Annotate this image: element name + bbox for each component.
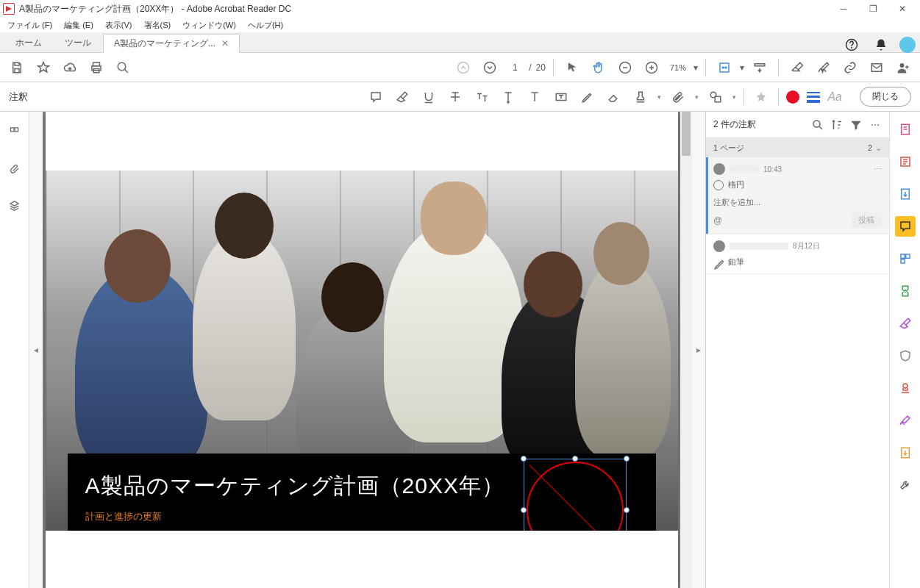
author-name: [730, 243, 788, 250]
tab-tools[interactable]: ツール: [54, 33, 102, 52]
eraser-icon[interactable]: [605, 87, 624, 107]
star-icon[interactable]: [32, 57, 54, 79]
stamp-dropdown-icon[interactable]: ▾: [657, 93, 661, 101]
rail-edit-pdf-icon[interactable]: [895, 151, 916, 172]
save-icon[interactable]: [6, 57, 28, 79]
hand-icon[interactable]: [588, 57, 610, 79]
rail-convert-icon[interactable]: [895, 442, 916, 463]
tab-close-icon[interactable]: ✕: [221, 38, 229, 49]
erase-icon[interactable]: [786, 57, 808, 79]
page-separator: /: [529, 62, 531, 73]
zoom-level[interactable]: 71%: [667, 63, 689, 72]
help-icon[interactable]: [841, 34, 863, 56]
menu-sign[interactable]: 署名(S): [140, 18, 176, 32]
rail-protect-icon[interactable]: [895, 345, 916, 366]
avatar[interactable]: [899, 37, 916, 53]
rail-create-pdf-icon[interactable]: [895, 119, 916, 140]
sign-icon[interactable]: [813, 57, 835, 79]
stamp-icon[interactable]: [631, 87, 650, 107]
rail-comment-icon[interactable]: [895, 216, 916, 237]
menu-edit[interactable]: 編集 (E): [60, 18, 98, 32]
page-up-icon[interactable]: [452, 57, 474, 79]
thumbnails-icon[interactable]: [4, 121, 26, 143]
vertical-scrollbar[interactable]: [680, 112, 692, 588]
rail-compress-icon[interactable]: [895, 281, 916, 301]
maximize-button[interactable]: ❐: [858, 0, 888, 18]
line-thickness-icon[interactable]: [807, 92, 820, 102]
close-comment-button[interactable]: 閉じる: [860, 87, 911, 107]
strikethrough-icon[interactable]: [446, 87, 465, 107]
prev-page-nav[interactable]: ◂: [29, 112, 43, 588]
pencil-icon[interactable]: [578, 87, 597, 107]
oval-tool-icon: [713, 180, 724, 190]
page-down-icon[interactable]: [479, 57, 501, 79]
close-window-button[interactable]: ✕: [888, 0, 917, 18]
comments-panel: 2 件の注釈 ⋯ 1 ページ 2 ⌄ 10:43 ⋯ 楕円: [705, 112, 889, 588]
comments-search-icon[interactable]: [811, 118, 824, 132]
menu-window[interactable]: ウィンドウ(W): [178, 18, 240, 32]
comment-item[interactable]: 10:43 ⋯ 楕円 @ 投稿: [706, 157, 889, 234]
bell-icon[interactable]: [870, 34, 892, 56]
tab-home[interactable]: ホーム: [4, 33, 53, 52]
mention-icon[interactable]: @: [713, 215, 722, 226]
zoom-in-icon[interactable]: [641, 57, 663, 79]
page-number-input[interactable]: [505, 62, 524, 73]
pdf-page: A製品のマーケティング計画（20XX年） 計画と進捗の更新: [46, 112, 678, 588]
attachments-icon[interactable]: [4, 157, 26, 179]
comments-sort-icon[interactable]: [830, 118, 844, 132]
document-viewport[interactable]: A製品のマーケティング計画（20XX年） 計画と進捗の更新: [43, 112, 680, 588]
comment-item[interactable]: 8月12日 鉛筆: [706, 234, 889, 274]
post-button[interactable]: 投稿: [851, 212, 882, 228]
fit-width-icon[interactable]: [713, 57, 735, 79]
comments-more-icon[interactable]: ⋯: [869, 118, 882, 132]
rail-organize-icon[interactable]: [895, 248, 916, 269]
minimize-button[interactable]: ─: [829, 0, 858, 18]
link-icon[interactable]: [839, 57, 861, 79]
rail-fill-sign-icon[interactable]: [895, 410, 916, 431]
oval-annotation[interactable]: [524, 459, 627, 531]
zoom-out-icon[interactable]: [614, 57, 636, 79]
search-icon[interactable]: [112, 57, 134, 79]
insert-text-icon[interactable]: [499, 87, 518, 107]
comment-menu-icon[interactable]: ⋯: [874, 165, 882, 174]
share-user-icon[interactable]: [892, 57, 914, 79]
rail-export-icon[interactable]: [895, 184, 916, 204]
underline-text-icon[interactable]: [419, 87, 438, 107]
tab-document[interactable]: A製品のマーケティング... ✕: [103, 34, 240, 53]
right-rail: [889, 112, 920, 588]
comments-filter-icon[interactable]: [849, 118, 863, 132]
replace-text-icon[interactable]: [472, 87, 491, 107]
pointer-icon[interactable]: [561, 57, 583, 79]
comments-page-label: 1 ページ: [713, 143, 744, 154]
read-mode-icon[interactable]: [749, 57, 771, 79]
rail-stamp-icon[interactable]: [895, 378, 916, 398]
menu-file[interactable]: ファイル (F): [3, 18, 57, 32]
sticky-note-icon[interactable]: [366, 87, 385, 107]
comments-header: 2 件の注釈 ⋯: [706, 112, 889, 138]
color-picker-icon[interactable]: [786, 90, 799, 104]
add-comment-input[interactable]: [713, 195, 882, 209]
text-comment-icon[interactable]: [525, 87, 544, 107]
attach-dropdown-icon[interactable]: ▾: [695, 93, 699, 101]
rail-more-tools-icon[interactable]: [895, 475, 916, 495]
attach-icon[interactable]: [668, 87, 688, 107]
comments-page-group[interactable]: 1 ページ 2 ⌄: [706, 138, 889, 157]
menu-view[interactable]: 表示(V): [101, 18, 137, 32]
comment-time: 8月12日: [793, 241, 820, 251]
layers-icon[interactable]: [4, 194, 26, 216]
menu-help[interactable]: ヘルプ(H): [243, 18, 288, 32]
textbox-icon[interactable]: [552, 87, 571, 107]
shapes-dropdown-icon[interactable]: ▾: [732, 93, 736, 101]
fit-dropdown-icon[interactable]: ▾: [740, 62, 744, 73]
cloud-upload-icon[interactable]: [59, 57, 81, 79]
shapes-icon[interactable]: [706, 87, 725, 107]
mail-icon[interactable]: [866, 57, 888, 79]
comment-time: 10:43: [763, 165, 782, 173]
zoom-dropdown-icon[interactable]: ▾: [693, 62, 698, 73]
next-page-nav[interactable]: ▸: [692, 112, 705, 588]
print-icon[interactable]: [85, 57, 107, 79]
rail-redact-icon[interactable]: [895, 313, 916, 334]
pin-icon[interactable]: [752, 87, 771, 107]
font-style-icon[interactable]: Aa: [827, 90, 842, 104]
highlight-icon[interactable]: [393, 87, 412, 107]
